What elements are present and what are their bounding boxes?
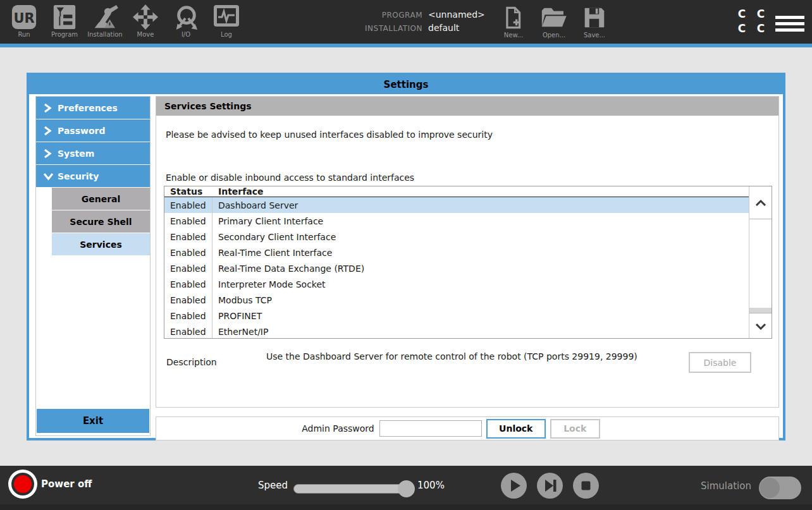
accent-strip [0, 44, 812, 47]
program-label: PROGRAM [354, 11, 422, 20]
power-icon [11, 473, 34, 495]
disable-button[interactable]: Disable [689, 352, 751, 373]
interface-list-caption: Enable or disable inbound access to stan… [166, 173, 414, 183]
interface-name: Secondary Client Interface [212, 232, 336, 242]
interface-table-main: Status Interface EnabledDashboard Server… [164, 186, 749, 338]
admin-password-label: Admin Password [302, 423, 374, 434]
settings-sidebar: Preferences Password System Security Gen… [35, 96, 151, 436]
interface-status: Enabled [164, 229, 212, 245]
simulation-toggle-knob [760, 478, 780, 498]
stop-button[interactable] [573, 473, 599, 499]
step-button[interactable] [537, 473, 563, 499]
new-button[interactable]: New... [493, 6, 534, 42]
interface-status: Enabled [164, 260, 212, 276]
lock-button[interactable]: Lock [550, 419, 600, 439]
interface-name: Dashboard Server [212, 200, 298, 210]
speed-label: Speed [258, 480, 288, 491]
description-text: Use the Dashboard Server for remote cont… [266, 350, 646, 363]
table-row[interactable]: EnabledReal-Time Client Interface [164, 245, 749, 260]
tab-program[interactable]: Program [44, 2, 85, 42]
column-header-interface: Interface [212, 186, 264, 197]
tab-installation[interactable]: Installation [85, 2, 125, 42]
tab-log-label: Log [221, 31, 232, 38]
sidebar-item-system[interactable]: System [36, 142, 150, 164]
scroll-up-button[interactable] [749, 186, 772, 219]
table-row[interactable]: EnabledSecondary Client Interface [164, 229, 749, 245]
play-button[interactable] [501, 473, 527, 499]
unlock-button[interactable]: Unlock [486, 419, 546, 439]
admin-password-input[interactable] [379, 420, 482, 437]
open-button[interactable]: Open... [534, 6, 574, 42]
table-row[interactable]: EnabledPrimary Client Interface [164, 213, 749, 229]
new-file-icon [504, 6, 522, 29]
chevron-right-icon [43, 149, 56, 159]
speed-slider-knob[interactable] [398, 480, 415, 497]
new-button-label: New... [504, 32, 523, 39]
installation-label: INSTALLATION [354, 24, 422, 33]
interface-status: Enabled [164, 213, 212, 229]
sidebar-subitem-services[interactable]: Services [52, 233, 150, 255]
table-row[interactable]: EnabledEtherNet/IP [164, 324, 749, 338]
program-name: <unnamed> [428, 9, 485, 20]
power-status-label: Power off [41, 478, 92, 490]
admin-password-panel: Admin Password Unlock Lock [156, 416, 779, 440]
table-row[interactable]: EnabledModbus TCP [164, 292, 749, 308]
simulation-toggle[interactable] [759, 477, 801, 499]
hamburger-menu-icon[interactable] [775, 13, 804, 35]
table-row[interactable]: EnabledDashboard Server [164, 197, 749, 213]
tab-run-label: Run [18, 31, 30, 38]
scrollbar-thumb[interactable] [749, 308, 772, 313]
account-letter: C [738, 8, 746, 20]
table-row[interactable]: EnabledInterpreter Mode Socket [164, 276, 749, 292]
file-actions: New... Open... Save... [493, 6, 615, 42]
account-initials: C C C C [732, 8, 770, 35]
scroll-down-button[interactable] [749, 313, 772, 338]
account-letter: C [738, 22, 746, 35]
simulation-label: Simulation [701, 480, 751, 492]
table-header-row: Status Interface [164, 186, 749, 197]
sidebar-subitem-secure-shell[interactable]: Secure Shell [52, 210, 150, 233]
interface-name: PROFINET [212, 311, 262, 321]
program-icon [51, 4, 78, 30]
save-button-label: Save... [584, 32, 605, 39]
interface-table-body: EnabledDashboard ServerEnabledPrimary Cl… [164, 197, 749, 338]
speed-slider[interactable] [293, 484, 414, 494]
services-settings-panel: Services Settings Please be advised to k… [156, 96, 779, 408]
installation-name: default [428, 23, 459, 33]
power-button[interactable] [8, 470, 37, 499]
tab-move-label: Move [137, 31, 154, 38]
tab-move[interactable]: Move [125, 2, 166, 42]
description-label: Description [166, 357, 217, 367]
speed-value: 100% [417, 480, 445, 491]
table-row[interactable]: EnabledPROFINET [164, 308, 749, 324]
top-navigation-bar: UR Run Program [0, 0, 812, 44]
open-button-label: Open... [543, 32, 565, 39]
skip-next-icon [537, 473, 563, 499]
sidebar-item-preferences[interactable]: Preferences [36, 97, 150, 119]
save-button[interactable]: Save... [574, 6, 615, 42]
table-row[interactable]: EnabledReal-Time Data Exchange (RTDE) [164, 260, 749, 276]
interface-name: Primary Client Interface [212, 216, 323, 226]
sidebar-item-security[interactable]: Security [36, 165, 150, 187]
scrollbar-track[interactable] [749, 219, 772, 313]
sidebar-subitem-general[interactable]: General [52, 188, 150, 210]
tab-run[interactable]: UR Run [4, 2, 44, 42]
interface-status: Enabled [164, 245, 212, 260]
sidebar-item-password[interactable]: Password [36, 119, 150, 142]
program-info: PROGRAM <unnamed> INSTALLATION default [354, 9, 485, 36]
dialog-title: Settings [29, 75, 783, 94]
interface-name: EtherNet/IP [212, 327, 268, 337]
exit-button[interactable]: Exit [37, 409, 149, 433]
interface-status: Enabled [164, 324, 212, 338]
robot-arm-icon [90, 4, 120, 30]
interface-status: Enabled [164, 292, 212, 308]
interface-status: Enabled [164, 308, 212, 324]
svg-text:UR: UR [13, 11, 34, 26]
tab-installation-label: Installation [87, 31, 122, 38]
tab-log[interactable]: Log [206, 2, 247, 42]
move-arrows-icon [132, 4, 159, 30]
chevron-right-icon [43, 103, 56, 113]
bottom-status-bar: Power off Speed 100% Simulation [0, 466, 812, 510]
tab-io[interactable]: I/O [166, 2, 206, 42]
table-scrollbar [749, 186, 772, 338]
